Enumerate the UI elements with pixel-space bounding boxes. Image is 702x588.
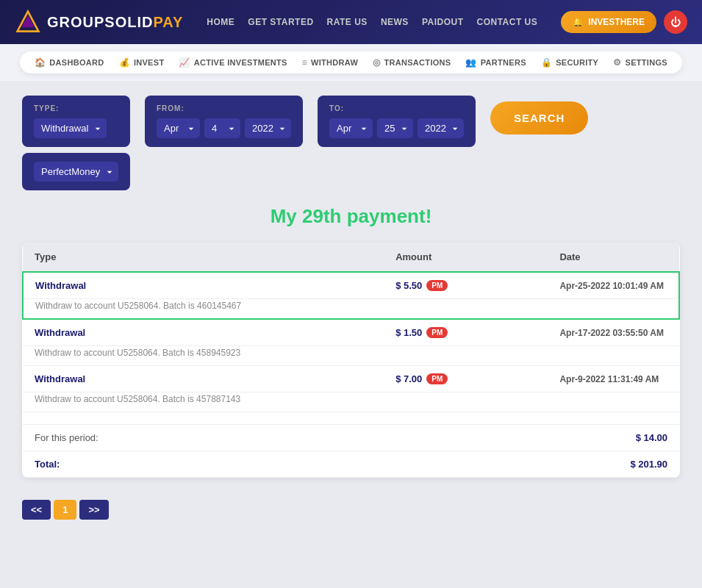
filter-row: TYPE: Withdrawal Deposit PerfectMoney Bi… bbox=[22, 96, 680, 190]
nav-contact-us[interactable]: CONTACT US bbox=[476, 17, 537, 27]
sidebar-item-partners[interactable]: 👥 PARTNERS bbox=[465, 57, 526, 68]
from-label: FROM: bbox=[157, 104, 291, 112]
total-amount: $ 201.90 bbox=[548, 451, 679, 478]
payment-filter: PerfectMoney Bitcoin Ethereum bbox=[22, 153, 130, 190]
sidebar-item-transactions[interactable]: ◎ TRANSACTIONS bbox=[373, 57, 451, 68]
table-row-sub: Withdraw to account U5258064. Batch is 4… bbox=[23, 299, 679, 320]
current-page-button[interactable]: 1 bbox=[54, 500, 76, 520]
total-label: Total: bbox=[23, 451, 384, 478]
nav-get-started[interactable]: GET STARTED bbox=[248, 17, 313, 27]
withdraw-icon: ≡ bbox=[302, 57, 307, 68]
type-label: TYPE: bbox=[34, 104, 118, 112]
tx3-description: Withdraw to account U5258064. Batch is 4… bbox=[23, 392, 679, 412]
secondary-nav-inner: 🏠 DASHBOARD 💰 INVEST 📈 ACTIVE INVESTMENT… bbox=[20, 51, 682, 74]
type-select[interactable]: Withdrawal Deposit bbox=[34, 118, 107, 138]
search-button[interactable]: SEARCH bbox=[490, 101, 588, 135]
col-header-date: Date bbox=[548, 243, 679, 272]
sidebar-item-security[interactable]: 🔒 SECURITY bbox=[541, 57, 598, 68]
tx1-amount-cell: $ 5.50 PM bbox=[384, 272, 548, 299]
top-navigation: GROUPSOLIDPAY HOME GET STARTED RATE US N… bbox=[0, 0, 702, 44]
table-row-sub: Withdraw to account U5258064. Batch is 4… bbox=[23, 392, 679, 412]
transactions-icon: ◎ bbox=[373, 57, 380, 68]
invest-here-label: INVESTHERE bbox=[588, 17, 645, 27]
type-selects: Withdrawal Deposit bbox=[34, 118, 118, 138]
nav-news[interactable]: NEWS bbox=[381, 17, 409, 27]
invest-icon: 💰 bbox=[119, 57, 130, 68]
main-content: TYPE: Withdrawal Deposit PerfectMoney Bi… bbox=[0, 81, 702, 542]
table-body: Withdrawal $ 5.50 PM Apr-25-2022 10:01:4… bbox=[23, 272, 679, 478]
tx3-type: Withdrawal bbox=[23, 366, 384, 392]
sidebar-item-dashboard[interactable]: 🏠 DASHBOARD bbox=[35, 57, 104, 68]
tx2-amount-cell: $ 1.50 PM bbox=[384, 319, 548, 346]
from-month-select[interactable]: JanFebMarApr MayJunJulAug SepOctNovDec bbox=[157, 118, 200, 138]
tx2-type: Withdrawal bbox=[23, 319, 384, 346]
table-row: Withdrawal $ 7.00 PM Apr-9-2022 11:31:49… bbox=[23, 366, 679, 392]
period-summary-row: For this period: $ 14.00 bbox=[23, 425, 679, 451]
nav-paidout[interactable]: PAIDOUT bbox=[422, 17, 464, 27]
tx1-description: Withdraw to account U5258064. Batch is 4… bbox=[23, 299, 679, 320]
tx1-badge: PM bbox=[426, 280, 448, 291]
chart-icon: 📈 bbox=[179, 57, 190, 68]
transactions-table: Type Amount Date Withdrawal $ 5.50 PM bbox=[22, 243, 680, 478]
from-selects: JanFebMarApr MayJunJulAug SepOctNovDec 1… bbox=[157, 118, 291, 138]
to-selects: JanFebMarApr MayJunJulAug SepOctNovDec 1… bbox=[329, 118, 464, 138]
table-row: Withdrawal $ 5.50 PM Apr-25-2022 10:01:4… bbox=[23, 272, 679, 299]
tx1-amount: $ 5.50 bbox=[395, 280, 422, 291]
payment-selects: PerfectMoney Bitcoin Ethereum bbox=[34, 162, 118, 182]
nav-links: HOME GET STARTED RATE US NEWS PAIDOUT CO… bbox=[205, 17, 539, 27]
to-month-select[interactable]: JanFebMarApr MayJunJulAug SepOctNovDec bbox=[329, 118, 373, 138]
tx2-badge: PM bbox=[426, 327, 448, 338]
logout-button[interactable]: ⏻ bbox=[664, 10, 687, 34]
col-header-amount: Amount bbox=[384, 243, 548, 272]
bell-icon: 🔔 bbox=[573, 17, 584, 27]
to-day-select[interactable]: 1234 5678 9101112 13141516 17181920 2122… bbox=[377, 118, 413, 138]
payment-select[interactable]: PerfectMoney Bitcoin Ethereum bbox=[34, 162, 118, 182]
prev-page-button[interactable]: << bbox=[22, 500, 51, 520]
to-label: TO: bbox=[329, 104, 464, 112]
pagination: << 1 >> bbox=[22, 492, 680, 527]
sidebar-item-active-investments[interactable]: 📈 ACTIVE INVESTMENTS bbox=[179, 57, 287, 68]
tx1-amount-wrapper: $ 5.50 PM bbox=[395, 280, 536, 291]
from-filter: FROM: JanFebMarApr MayJunJulAug SepOctNo… bbox=[145, 96, 303, 147]
logo-text: GROUPSOLIDPAY bbox=[47, 14, 183, 31]
power-icon: ⏻ bbox=[670, 16, 681, 28]
page-title: My 29th payment! bbox=[22, 205, 680, 228]
tx3-badge: PM bbox=[426, 373, 448, 384]
total-summary-row: Total: $ 201.90 bbox=[23, 451, 679, 478]
from-day-select[interactable]: 1234 5678 9101112 13141516 17181920 2122… bbox=[204, 118, 240, 138]
tx3-date: Apr-9-2022 11:31:49 AM bbox=[548, 366, 679, 392]
table-row-sub: Withdraw to account U5258064. Batch is 4… bbox=[23, 346, 679, 366]
from-year-select[interactable]: 2020202120222023 bbox=[245, 118, 291, 138]
tx3-amount-wrapper: $ 7.00 PM bbox=[395, 373, 536, 384]
to-year-select[interactable]: 2020202120222023 bbox=[418, 118, 464, 138]
logo[interactable]: GROUPSOLIDPAY bbox=[15, 9, 183, 35]
spacer-row bbox=[23, 412, 679, 425]
tx2-description: Withdraw to account U5258064. Batch is 4… bbox=[23, 346, 679, 366]
transactions-table-container: Type Amount Date Withdrawal $ 5.50 PM bbox=[22, 243, 680, 478]
tx1-type: Withdrawal bbox=[23, 272, 384, 299]
table-row: Withdrawal $ 1.50 PM Apr-17-2022 03:55:5… bbox=[23, 319, 679, 346]
period-amount-spacer bbox=[384, 425, 548, 451]
nav-rate-us[interactable]: RATE US bbox=[327, 17, 368, 27]
type-filter: TYPE: Withdrawal Deposit bbox=[22, 96, 130, 147]
nav-right-area: 🔔 INVESTHERE ⏻ bbox=[561, 10, 687, 34]
type-filter-group: TYPE: Withdrawal Deposit PerfectMoney Bi… bbox=[22, 96, 130, 190]
sidebar-item-withdraw[interactable]: ≡ WITHDRAW bbox=[302, 57, 358, 68]
next-page-button[interactable]: >> bbox=[79, 500, 108, 520]
period-amount: $ 14.00 bbox=[548, 425, 679, 451]
tx3-amount: $ 7.00 bbox=[395, 373, 422, 384]
sidebar-item-invest[interactable]: 💰 INVEST bbox=[119, 57, 165, 68]
total-amount-spacer bbox=[384, 451, 548, 478]
settings-icon: ⚙ bbox=[613, 57, 621, 68]
tx2-date: Apr-17-2022 03:55:50 AM bbox=[548, 319, 679, 346]
sidebar-item-settings[interactable]: ⚙ SETTINGS bbox=[613, 57, 667, 68]
table-header: Type Amount Date bbox=[23, 243, 679, 272]
nav-home[interactable]: HOME bbox=[207, 17, 234, 27]
tx2-amount: $ 1.50 bbox=[395, 327, 422, 338]
tx1-date: Apr-25-2022 10:01:49 AM bbox=[548, 272, 679, 299]
dashboard-icon: 🏠 bbox=[35, 57, 46, 68]
secondary-navigation: 🏠 DASHBOARD 💰 INVEST 📈 ACTIVE INVESTMENT… bbox=[0, 44, 702, 81]
invest-here-button[interactable]: 🔔 INVESTHERE bbox=[561, 11, 656, 33]
tx2-amount-wrapper: $ 1.50 PM bbox=[395, 327, 536, 338]
period-label: For this period: bbox=[23, 425, 384, 451]
